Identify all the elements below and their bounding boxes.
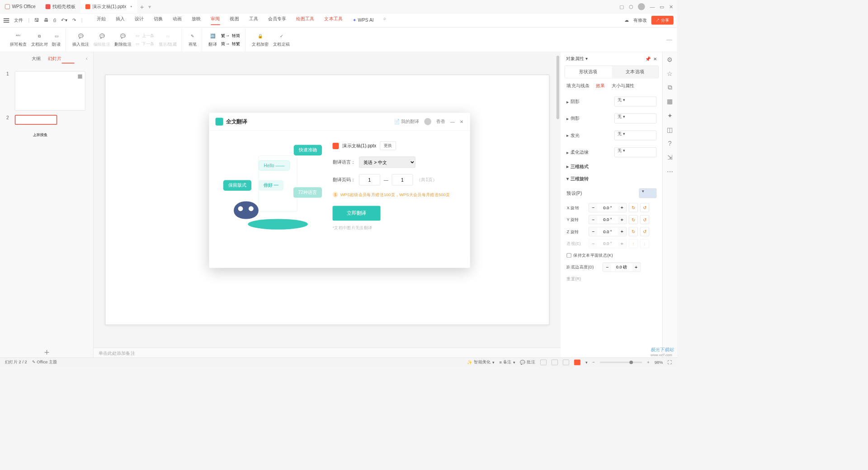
- delete-comment[interactable]: 💬删除批注: [114, 32, 131, 47]
- file-menu[interactable]: 文件: [14, 17, 23, 24]
- to-traditional[interactable]: 简→ 转繁: [221, 41, 240, 47]
- tab-transition[interactable]: 切换: [154, 16, 163, 25]
- dialog-minimize-icon[interactable]: —: [450, 119, 455, 124]
- distance-spin[interactable]: −+: [603, 263, 641, 272]
- translate-button[interactable]: 立即翻译: [333, 206, 381, 221]
- save-icon[interactable]: 🖫: [34, 18, 39, 23]
- share-button[interactable]: ↗ 分享: [651, 16, 673, 25]
- tab-insert[interactable]: 插入: [116, 16, 125, 25]
- search-icon[interactable]: ⌕: [383, 16, 386, 25]
- spell-check[interactable]: ᴬᴮᶜ拼写检查: [10, 32, 27, 47]
- win-icon-1[interactable]: ▢: [619, 4, 624, 9]
- tab-start[interactable]: 开始: [97, 16, 106, 25]
- comments-toggle[interactable]: 💬 批注: [520, 359, 535, 365]
- new-tab-button[interactable]: ＋: [137, 2, 147, 11]
- z-rot-btn1[interactable]: ↻: [629, 227, 638, 236]
- reflection-select[interactable]: 无 ▾: [614, 113, 657, 123]
- view-normal[interactable]: [540, 359, 547, 365]
- user-avatar[interactable]: [638, 3, 645, 10]
- tab-review[interactable]: 审阅: [211, 16, 220, 25]
- x-rot-spin[interactable]: −+: [589, 203, 627, 212]
- z-rot-spin[interactable]: −+: [589, 227, 627, 236]
- tool-1[interactable]: ⚙: [667, 56, 672, 63]
- shadow-select[interactable]: 无 ▾: [614, 97, 657, 107]
- tab-animation[interactable]: 动画: [173, 16, 182, 25]
- glow-select[interactable]: 无 ▾: [614, 131, 657, 141]
- tool-more[interactable]: ⋯: [667, 168, 673, 175]
- slides-tab[interactable]: 幻灯片: [48, 56, 61, 62]
- props-close-icon[interactable]: ✕: [653, 56, 657, 61]
- view-reading[interactable]: [563, 359, 569, 365]
- keep-flat-checkbox[interactable]: [566, 253, 571, 258]
- view-menu[interactable]: ▾: [585, 360, 588, 365]
- cloud-icon[interactable]: ☁: [624, 18, 629, 23]
- print-icon[interactable]: 🖶: [44, 18, 48, 23]
- x-rot-btn1[interactable]: ↻: [629, 203, 638, 212]
- view-slideshow[interactable]: [574, 359, 580, 365]
- hamburger-icon[interactable]: [4, 18, 9, 22]
- tab-text-tools[interactable]: 文本工具: [324, 16, 343, 25]
- undo-icon[interactable]: ↶▾: [61, 18, 67, 23]
- effects-tab[interactable]: 效果: [596, 83, 605, 89]
- read-aloud[interactable]: ▭朗读: [52, 32, 61, 47]
- dialog-close-icon[interactable]: ✕: [460, 119, 464, 124]
- 3d-rotation-section[interactable]: ▾ 三维旋转: [561, 173, 662, 185]
- swap-file-button[interactable]: 更换: [380, 141, 396, 150]
- tab-drawing[interactable]: 绘图工具: [296, 16, 315, 25]
- shape-options-tab[interactable]: 形状选项: [565, 66, 612, 78]
- tool-8[interactable]: ⇲: [667, 154, 673, 161]
- tool-7[interactable]: ?: [668, 140, 672, 147]
- tab-wps-office[interactable]: WPS Office: [0, 0, 41, 13]
- page-from-input[interactable]: [359, 174, 380, 185]
- smart-beautify[interactable]: ✨ 智能美化 ▾: [467, 359, 494, 365]
- preview-icon[interactable]: ⎙: [53, 18, 56, 23]
- doc-compare[interactable]: ⧉文档比对: [31, 32, 48, 47]
- scrollbar[interactable]: [556, 52, 560, 359]
- reset-button[interactable]: 重置(R): [561, 273, 662, 285]
- x-rot-btn2[interactable]: ↺: [640, 203, 649, 212]
- encrypt[interactable]: 🔒文档加密: [252, 32, 269, 47]
- 3d-format-section[interactable]: ▸ 三维格式: [561, 161, 662, 173]
- zoom-slider[interactable]: [600, 362, 642, 363]
- thumb-2[interactable]: 2 上班摸鱼: [0, 113, 93, 127]
- zoom-level[interactable]: 98%: [655, 360, 663, 365]
- text-options-tab[interactable]: 文本选项: [612, 66, 658, 78]
- fit-icon[interactable]: ⛶: [668, 360, 672, 365]
- tab-tools[interactable]: 工具: [249, 16, 258, 25]
- maximize-icon[interactable]: ▭: [660, 4, 664, 9]
- pen[interactable]: ✎画笔: [189, 32, 197, 47]
- changes-label[interactable]: 有修改: [633, 17, 647, 24]
- language-select[interactable]: 英语 > 中文: [359, 156, 415, 168]
- add-slide-button[interactable]: ＋: [0, 345, 93, 359]
- insert-comment[interactable]: 💬插入批注: [72, 32, 89, 47]
- notes-toggle[interactable]: ≡ 备注 ▾: [499, 359, 515, 365]
- tool-2[interactable]: ☆: [667, 70, 672, 77]
- tool-3[interactable]: ⧉: [668, 84, 672, 91]
- tab-slideshow[interactable]: 放映: [192, 16, 201, 25]
- pin-icon[interactable]: 📌: [645, 56, 651, 61]
- tab-menu-icon[interactable]: ▾: [148, 3, 151, 10]
- thumb-1[interactable]: 1: [0, 69, 93, 113]
- fill-line-tab[interactable]: 填充与线条: [566, 83, 590, 89]
- wps-ai[interactable]: ✦WPS AI: [353, 16, 374, 25]
- soft-edge-select[interactable]: 无 ▾: [614, 147, 657, 157]
- tab-view[interactable]: 视图: [230, 16, 239, 25]
- finalize[interactable]: ✓文档定稿: [273, 32, 290, 47]
- tab-templates[interactable]: 找稻壳模板: [41, 0, 80, 13]
- ribbon-collapse-icon[interactable]: —: [666, 37, 672, 43]
- redo-icon[interactable]: ↷: [72, 18, 76, 23]
- outline-tab[interactable]: 大纲: [32, 56, 41, 62]
- y-rot-btn1[interactable]: ↻: [629, 215, 638, 224]
- tab-document[interactable]: 演示文稿(1).pptx•: [80, 0, 137, 13]
- minimize-icon[interactable]: —: [650, 4, 655, 9]
- panel-collapse-icon[interactable]: ‹: [86, 56, 87, 61]
- preset-select[interactable]: ▾: [639, 188, 656, 198]
- view-sorter[interactable]: [552, 359, 558, 365]
- my-translations[interactable]: 📄 我的翻译: [394, 118, 420, 125]
- tab-member[interactable]: 会员专享: [268, 16, 287, 25]
- zoom-out[interactable]: −: [592, 360, 594, 365]
- win-icon-2[interactable]: ⬡: [629, 4, 633, 9]
- close-icon[interactable]: ✕: [669, 4, 673, 9]
- translate[interactable]: 🔤翻译: [208, 32, 217, 47]
- dialog-avatar[interactable]: [424, 118, 431, 125]
